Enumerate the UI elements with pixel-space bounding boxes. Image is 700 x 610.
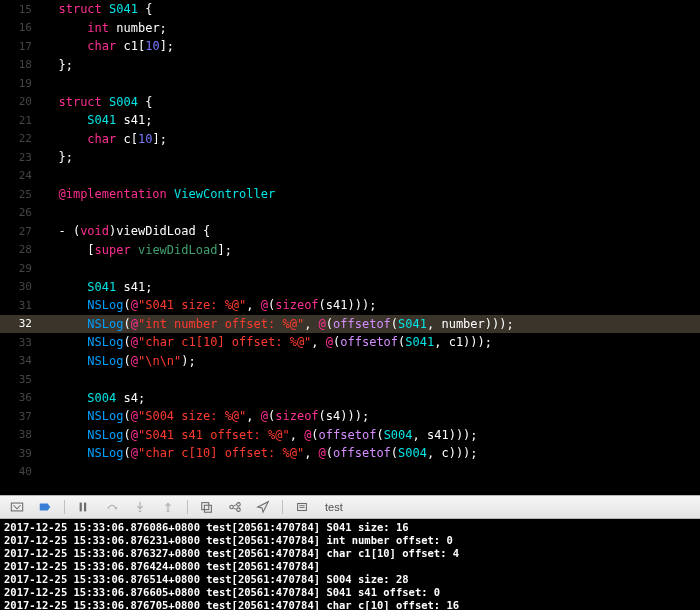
svg-rect-12 [299,507,304,508]
console-line: 2017-12-25 15:33:06.876086+0800 test[205… [4,521,696,534]
code-line[interactable]: 22 char c[10]; [0,130,700,149]
line-number: 40 [0,465,44,478]
line-number: 22 [0,132,44,145]
svg-rect-4 [167,511,170,512]
simulate-location-icon[interactable] [254,498,272,516]
line-number: 37 [0,410,44,423]
line-number: 30 [0,280,44,293]
code-line[interactable]: 40 [0,463,700,482]
svg-rect-11 [299,505,304,506]
toggle-debug-area-icon[interactable] [8,498,26,516]
code-content: NSLog(@"char c[10] offset: %@", @(offset… [44,446,700,460]
debug-memory-graph-icon[interactable] [226,498,244,516]
line-number: 28 [0,243,44,256]
line-number: 24 [0,169,44,182]
code-line[interactable]: 28 [super viewDidLoad]; [0,241,700,260]
code-line[interactable]: 18 }; [0,56,700,75]
code-content: char c1[10]; [44,39,700,53]
code-content: NSLog(@"S004 size: %@", @(sizeof(s4))); [44,409,700,423]
code-content: }; [44,58,700,72]
code-content: }; [44,150,700,164]
code-content: NSLog(@"S041 s41 offset: %@", @(offsetof… [44,428,700,442]
code-line[interactable]: 16 int number; [0,19,700,38]
code-content: struct S004 { [44,95,700,109]
code-line[interactable]: 35 [0,370,700,389]
console-line: 2017-12-25 15:33:06.876424+0800 test[205… [4,560,696,573]
code-content: NSLog(@"char c1[10] offset: %@", @(offse… [44,335,700,349]
code-line[interactable]: 19 [0,74,700,93]
line-number: 29 [0,262,44,275]
breakpoints-icon[interactable] [36,498,54,516]
process-icon[interactable] [293,498,311,516]
line-number: 34 [0,354,44,367]
line-number: 39 [0,447,44,460]
step-over-icon[interactable] [103,498,121,516]
line-number: 32 [0,317,44,330]
svg-rect-2 [84,503,86,512]
code-line[interactable]: 30 S041 s41; [0,278,700,297]
line-number: 19 [0,77,44,90]
code-line[interactable]: 29 [0,259,700,278]
step-out-icon[interactable] [159,498,177,516]
code-line[interactable]: 21 S041 s41; [0,111,700,130]
code-line[interactable]: 15 struct S041 { [0,0,700,19]
console-line: 2017-12-25 15:33:06.876231+0800 test[205… [4,534,696,547]
line-number: 21 [0,114,44,127]
svg-rect-1 [80,503,82,512]
code-content: int number; [44,21,700,35]
svg-point-8 [237,503,241,507]
code-line[interactable]: 31 NSLog(@"S041 size: %@", @(sizeof(s41)… [0,296,700,315]
code-line[interactable]: 27 - (void)viewDidLoad { [0,222,700,241]
line-number: 15 [0,3,44,16]
code-content: S041 s41; [44,113,700,127]
line-number: 16 [0,21,44,34]
debug-view-hierarchy-icon[interactable] [198,498,216,516]
console-line: 2017-12-25 15:33:06.876327+0800 test[205… [4,547,696,560]
line-number: 17 [0,40,44,53]
svg-rect-0 [11,503,22,511]
svg-point-7 [230,505,234,509]
code-editor[interactable]: 15 struct S041 {16 int number;17 char c1… [0,0,700,495]
code-content: NSLog(@"\n\n"); [44,354,700,368]
console-output[interactable]: 2017-12-25 15:33:06.876086+0800 test[205… [0,519,700,610]
line-number: 26 [0,206,44,219]
svg-rect-3 [139,511,142,512]
line-number: 20 [0,95,44,108]
code-line[interactable]: 32 NSLog(@"int number offset: %@", @(off… [0,315,700,334]
console-line: 2017-12-25 15:33:06.876705+0800 test[205… [4,599,696,610]
code-line[interactable]: 34 NSLog(@"\n\n"); [0,352,700,371]
console-line: 2017-12-25 15:33:06.876514+0800 test[205… [4,573,696,586]
code-content: char c[10]; [44,132,700,146]
code-line[interactable]: 26 [0,204,700,223]
line-number: 18 [0,58,44,71]
debug-toolbar: test [0,495,700,519]
console-line: 2017-12-25 15:33:06.876605+0800 test[205… [4,586,696,599]
svg-rect-5 [202,503,209,510]
code-line[interactable]: 17 char c1[10]; [0,37,700,56]
code-line[interactable]: 20 struct S004 { [0,93,700,112]
svg-rect-6 [204,505,211,512]
continue-icon[interactable] [75,498,93,516]
target-name[interactable]: test [325,501,343,513]
code-content: [super viewDidLoad]; [44,243,700,257]
code-line[interactable]: 25 @implementation ViewController [0,185,700,204]
line-number: 35 [0,373,44,386]
code-line[interactable]: 36 S004 s4; [0,389,700,408]
code-content: - (void)viewDidLoad { [44,224,700,238]
code-line[interactable]: 33 NSLog(@"char c1[10] offset: %@", @(of… [0,333,700,352]
line-number: 36 [0,391,44,404]
code-content: S004 s4; [44,391,700,405]
code-line[interactable]: 23 }; [0,148,700,167]
code-content: @implementation ViewController [44,187,700,201]
line-number: 38 [0,428,44,441]
code-line[interactable]: 37 NSLog(@"S004 size: %@", @(sizeof(s4))… [0,407,700,426]
code-line[interactable]: 24 [0,167,700,186]
step-into-icon[interactable] [131,498,149,516]
line-number: 23 [0,151,44,164]
code-line[interactable]: 38 NSLog(@"S041 s41 offset: %@", @(offse… [0,426,700,445]
line-number: 25 [0,188,44,201]
code-content: NSLog(@"S041 size: %@", @(sizeof(s41))); [44,298,700,312]
line-number: 27 [0,225,44,238]
code-content: S041 s41; [44,280,700,294]
code-line[interactable]: 39 NSLog(@"char c[10] offset: %@", @(off… [0,444,700,463]
